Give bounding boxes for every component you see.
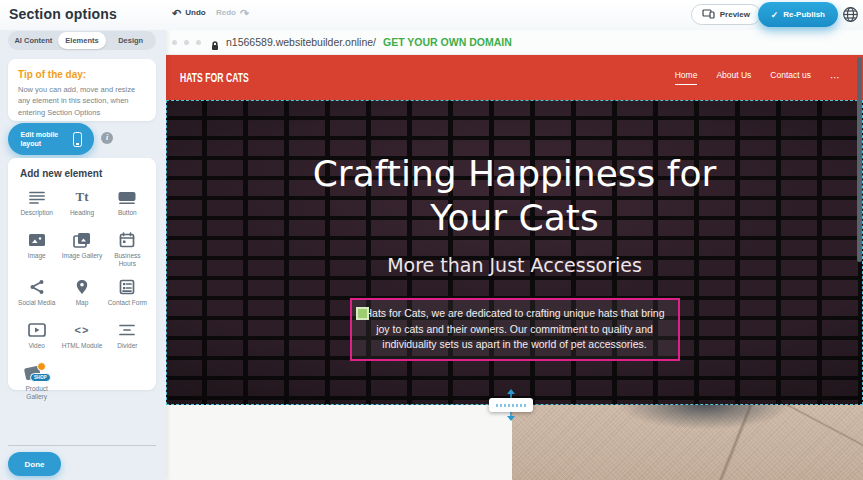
hero-subheading[interactable]: More than Just Accessories: [166, 254, 863, 276]
sidebar: AI Content Elements Design Tip of the da…: [0, 30, 166, 480]
tip-card: Tip of the day: Now you can add, move an…: [8, 59, 156, 121]
element-image[interactable]: Image: [14, 231, 59, 269]
element-grid: Description Tt Heading Button Ima: [14, 188, 150, 402]
app-root: Section options ↶ Undo Redo ↷ Preview ✓ …: [0, 0, 863, 480]
next-section-image: [512, 405, 863, 480]
tab-design[interactable]: Design: [106, 32, 155, 49]
element-map[interactable]: Map: [59, 278, 104, 312]
undo-label: Undo: [185, 8, 205, 17]
check-icon: ✓: [771, 10, 779, 20]
page-title: Section options: [9, 6, 117, 22]
element-html-module[interactable]: <> HTML Module: [59, 321, 104, 355]
hero-paragraph-box[interactable]: Hats for Cats, we are dedicated to craft…: [350, 298, 680, 361]
resize-grip[interactable]: [489, 398, 533, 412]
preview-label: Preview: [720, 10, 750, 19]
map-pin-icon: [75, 278, 89, 296]
element-resize-handle[interactable]: [356, 307, 369, 320]
window-dot-icon: [196, 40, 201, 45]
share-icon: [29, 278, 45, 296]
site-logo[interactable]: HATS FOR CATS: [180, 71, 249, 85]
element-heading[interactable]: Tt Heading: [59, 188, 104, 222]
nav-about-us[interactable]: About Us: [716, 70, 751, 85]
tip-body: Now you can add, move and resize any ele…: [18, 84, 146, 118]
info-icon[interactable]: i: [101, 132, 113, 144]
undo-button[interactable]: ↶ Undo: [172, 8, 206, 17]
hero-section[interactable]: Crafting Happiness for Your Cats More th…: [166, 100, 863, 405]
nav-more-icon[interactable]: ⋯: [830, 72, 841, 83]
divider: [8, 445, 156, 446]
image-gallery-icon: [73, 231, 91, 249]
heading-icon: Tt: [75, 188, 88, 206]
site-nav: Home About Us Contact us ⋯: [675, 70, 841, 85]
scrollbar-thumb[interactable]: [857, 57, 862, 262]
devices-icon: [702, 9, 715, 21]
window-dot-icon: [184, 40, 189, 45]
element-image-gallery[interactable]: Image Gallery: [59, 231, 104, 269]
element-business-hours[interactable]: Business Hours: [105, 231, 150, 269]
republish-button[interactable]: ✓ Re-Publish: [758, 2, 838, 27]
undo-icon: ↶: [172, 9, 181, 17]
element-video[interactable]: Video: [14, 321, 59, 355]
shop-badge: SHOP: [30, 373, 51, 382]
hero-paragraph: Hats for Cats, we are dedicated to craft…: [364, 307, 664, 351]
preview-button[interactable]: Preview: [691, 4, 761, 25]
phone-icon: [73, 132, 82, 147]
video-icon: [28, 321, 46, 339]
element-description[interactable]: Description: [14, 188, 59, 222]
element-divider[interactable]: Divider: [105, 321, 150, 355]
code-icon: <>: [75, 321, 90, 339]
tab-elements[interactable]: Elements: [58, 32, 107, 49]
button-icon: [117, 188, 137, 206]
edit-mobile-layout-button[interactable]: Edit mobile layout: [8, 123, 94, 155]
section-resize-handle[interactable]: [489, 389, 533, 421]
grip-dots-icon: [496, 404, 526, 407]
form-icon: [119, 278, 135, 296]
element-product-gallery[interactable]: SHOP Product Gallery: [14, 364, 59, 402]
add-element-title: Add new element: [20, 168, 150, 179]
redo-icon: ↷: [240, 9, 249, 17]
browser-chrome: n1566589.websitebuilder.online/ GET YOUR…: [166, 30, 863, 55]
image-icon: [28, 231, 46, 249]
republish-label: Re-Publish: [783, 10, 825, 19]
add-element-panel: Add new element Description Tt Heading: [8, 158, 156, 390]
element-social-media[interactable]: Social Media: [14, 278, 59, 312]
tip-title: Tip of the day:: [18, 69, 146, 80]
hero-heading[interactable]: Crafting Happiness for Your Cats: [285, 100, 745, 240]
element-contact-form[interactable]: Contact Form: [105, 278, 150, 312]
nav-contact-us[interactable]: Contact us: [770, 70, 811, 85]
top-bar: Section options ↶ Undo Redo ↷ Preview ✓ …: [0, 0, 863, 30]
tab-ai-content[interactable]: AI Content: [9, 32, 58, 49]
get-domain-link[interactable]: GET YOUR OWN DOMAIN: [383, 36, 512, 48]
element-button[interactable]: Button: [105, 188, 150, 222]
window-dot-icon: [172, 40, 177, 45]
product-gallery-icon: SHOP: [25, 364, 49, 382]
calendar-icon: [119, 231, 135, 249]
lock-icon: [211, 37, 219, 47]
text-lines-icon: [28, 188, 46, 206]
sidebar-tabs: AI Content Elements Design: [8, 31, 156, 50]
globe-icon[interactable]: [842, 6, 859, 23]
redo-button[interactable]: Redo ↷: [216, 8, 249, 17]
next-section-blank: [166, 405, 512, 480]
done-button[interactable]: Done: [8, 452, 61, 476]
notification-badge-icon: [37, 362, 46, 371]
nav-home[interactable]: Home: [675, 70, 698, 85]
divider-icon: [118, 321, 136, 339]
site-preview: n1566589.websitebuilder.online/ GET YOUR…: [166, 30, 863, 480]
site-navbar: HATS FOR CATS Home About Us Contact us ⋯: [166, 55, 863, 100]
redo-label: Redo: [216, 8, 236, 17]
edit-mobile-label: Edit mobile layout: [21, 130, 67, 149]
site-url[interactable]: n1566589.websitebuilder.online/: [226, 36, 376, 48]
